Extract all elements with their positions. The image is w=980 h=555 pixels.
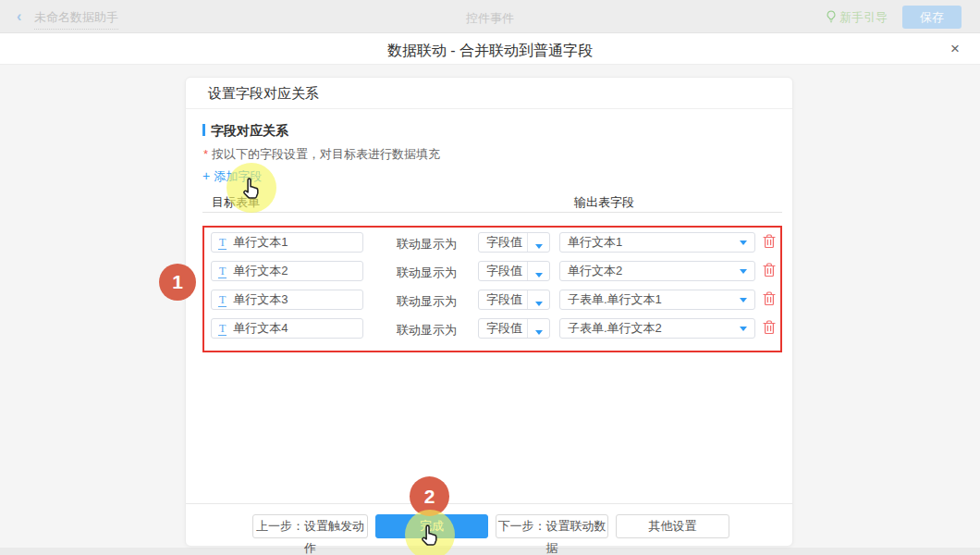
output-field-select[interactable]: 单行文本2 bbox=[559, 261, 755, 281]
output-field-select[interactable]: 子表单.单行文本1 bbox=[559, 290, 755, 310]
section-title-label: 字段对应关系 bbox=[211, 123, 288, 138]
target-field-value: 单行文本3 bbox=[233, 292, 288, 306]
mode-select-value: 字段值 bbox=[486, 235, 522, 249]
required-asterisk: * bbox=[203, 147, 208, 161]
target-field-input[interactable]: T单行文本1 bbox=[211, 232, 363, 253]
chevron-down-icon bbox=[740, 240, 747, 245]
section-accent-bar bbox=[202, 124, 205, 136]
target-field-input[interactable]: T单行文本3 bbox=[211, 290, 363, 310]
output-field-value: 单行文本1 bbox=[568, 235, 622, 249]
link-display-label: 联动显示为 bbox=[397, 322, 457, 339]
mode-select[interactable]: 字段值 bbox=[478, 290, 550, 310]
output-field-value: 单行文本2 bbox=[568, 264, 622, 278]
text-field-icon: T bbox=[218, 322, 227, 336]
field-mapping-row: T单行文本1 联动显示为 字段值 单行文本1 bbox=[209, 232, 780, 253]
mode-select[interactable]: 字段值 bbox=[478, 318, 550, 339]
target-field-value: 单行文本4 bbox=[233, 321, 288, 335]
beginner-guide-label: 新手引导 bbox=[839, 10, 888, 24]
output-field-select[interactable]: 单行文本1 bbox=[559, 232, 755, 253]
beginner-guide-link[interactable]: 新手引导 bbox=[826, 9, 888, 26]
mode-select[interactable]: 字段值 bbox=[478, 232, 550, 253]
column-header-output: 输出表字段 bbox=[574, 194, 634, 211]
field-rows-container: T单行文本1 联动显示为 字段值 单行文本1 T单行文本2 联动显示为 字段值 … bbox=[202, 226, 782, 352]
text-field-icon: T bbox=[218, 293, 227, 307]
step-1-badge: 1 bbox=[159, 264, 196, 301]
chevron-down-icon bbox=[740, 298, 747, 302]
link-display-label: 联动显示为 bbox=[397, 293, 457, 310]
delete-row-icon[interactable] bbox=[763, 291, 776, 309]
bulb-icon bbox=[826, 10, 839, 24]
field-mapping-card: 设置字段对应关系 字段对应关系 *按以下的字段设置，对目标表进行数据填充 +添加… bbox=[185, 77, 793, 547]
output-field-value: 子表单.单行文本1 bbox=[568, 292, 662, 306]
delete-row-icon[interactable] bbox=[763, 263, 776, 280]
page-bottom-edge bbox=[0, 548, 980, 555]
mode-select[interactable]: 字段值 bbox=[478, 261, 550, 281]
section-title: 字段对应关系 bbox=[202, 123, 288, 140]
mode-select-value: 字段值 bbox=[486, 292, 522, 306]
next-step-button[interactable]: 下一步：设置联动数据 bbox=[496, 514, 608, 538]
link-display-label: 联动显示为 bbox=[397, 265, 457, 281]
header-divider bbox=[202, 212, 782, 213]
chevron-down-icon bbox=[740, 327, 747, 331]
hand-cursor-icon bbox=[239, 176, 263, 201]
field-mapping-row: T单行文本4 联动显示为 字段值 子表单.单行文本2 bbox=[209, 318, 780, 339]
target-field-value: 单行文本2 bbox=[233, 264, 288, 278]
delete-row-icon[interactable] bbox=[763, 234, 776, 252]
chevron-down-icon[interactable] bbox=[527, 290, 549, 309]
hint-label: 按以下的字段设置，对目标表进行数据填充 bbox=[212, 147, 440, 161]
chevron-down-icon[interactable] bbox=[527, 319, 549, 338]
hand-cursor-icon bbox=[417, 523, 442, 548]
card-header-title: 设置字段对应关系 bbox=[186, 78, 792, 109]
chevron-down-icon[interactable] bbox=[527, 262, 549, 280]
dialog-titlebar: 数据联动 - 合并联动到普通字段 × bbox=[0, 33, 980, 65]
mode-select-value: 字段值 bbox=[486, 264, 522, 278]
target-field-input[interactable]: T单行文本2 bbox=[211, 261, 363, 281]
chevron-down-icon[interactable] bbox=[527, 233, 549, 252]
text-field-icon: T bbox=[218, 236, 227, 250]
close-icon[interactable]: × bbox=[950, 40, 960, 58]
plus-icon: + bbox=[202, 168, 210, 183]
chevron-down-icon bbox=[740, 269, 747, 274]
text-field-icon: T bbox=[218, 265, 227, 278]
mode-select-value: 字段值 bbox=[486, 321, 522, 335]
dialog-title: 数据联动 - 合并联动到普通字段 bbox=[0, 42, 980, 61]
save-button[interactable]: 保存 bbox=[902, 6, 962, 29]
output-field-value: 子表单.单行文本2 bbox=[568, 321, 662, 335]
topbar: ‹ 未命名数据助手 控件事件 新手引导 保存 bbox=[0, 0, 980, 33]
field-mapping-row: T单行文本3 联动显示为 字段值 子表单.单行文本1 bbox=[209, 290, 780, 310]
footer-divider bbox=[186, 503, 792, 504]
hint-text: *按以下的字段设置，对目标表进行数据填充 bbox=[203, 146, 440, 163]
target-field-input[interactable]: T单行文本4 bbox=[211, 318, 363, 339]
delete-row-icon[interactable] bbox=[763, 320, 776, 338]
other-settings-button[interactable]: 其他设置 bbox=[616, 514, 729, 538]
target-field-value: 单行文本1 bbox=[233, 235, 288, 249]
link-display-label: 联动显示为 bbox=[397, 236, 457, 253]
field-mapping-row: T单行文本2 联动显示为 字段值 单行文本2 bbox=[209, 261, 780, 281]
prev-step-button[interactable]: 上一步：设置触发动作 bbox=[252, 514, 368, 538]
output-field-select[interactable]: 子表单.单行文本2 bbox=[559, 318, 755, 339]
